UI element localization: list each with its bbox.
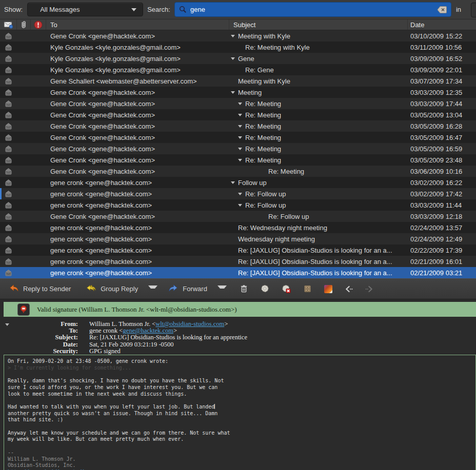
read-status-icon <box>0 258 17 265</box>
body-line: Really, damn that's shocking. I have no … <box>8 378 475 384</box>
message-row[interactable]: Gene Cronk <gene@hacktek.com>Re: Meeting… <box>0 154 476 166</box>
thread-expander-icon[interactable] <box>238 148 242 150</box>
read-status-icon <box>0 224 17 231</box>
text-cursor <box>214 404 215 409</box>
subject-text: Re: Follow up <box>245 190 286 198</box>
message-row[interactable]: Gene Cronk <gene@hacktek.com>Re: Meeting… <box>0 132 476 143</box>
search-input[interactable]: gene <box>174 2 451 17</box>
search-label: Search: <box>147 6 170 13</box>
open-envelope-icon <box>4 55 13 62</box>
message-subject: Re: Meeting <box>229 100 408 108</box>
message-date: 02/24/2009 13:57 <box>408 224 476 232</box>
thread-expander-icon[interactable] <box>238 193 242 195</box>
priority-column-header[interactable] <box>31 19 46 30</box>
message-subject: Re: Meeting with Kyle <box>229 44 408 51</box>
message-row[interactable]: gene cronk <gene@hacktek.com>Re: [JAXLUG… <box>0 244 476 256</box>
subject-text: Wednesday night meeting <box>238 235 315 243</box>
forward-options-icon[interactable] <box>217 285 227 293</box>
message-row[interactable]: gene cronk <gene@hacktek.com>Re: Follow … <box>0 188 476 199</box>
thread-expander-icon[interactable] <box>238 159 242 161</box>
subject-text: Re: Follow up <box>245 201 286 209</box>
message-row[interactable]: Gene Cronk <gene@hacktek.com>Re: Meeting… <box>0 143 476 154</box>
archive-button[interactable] <box>301 282 314 295</box>
message-date: 03/02/2009 16:22 <box>408 179 476 187</box>
thread-expander-icon[interactable] <box>231 57 235 60</box>
message-row[interactable]: Kyle Gonzales <kyle.gonzales@gmail.com>R… <box>0 64 476 75</box>
thread-expander-icon[interactable] <box>231 181 235 184</box>
thread-expander-icon[interactable] <box>238 103 242 105</box>
message-to: Gene Cronk <gene@hacktek.com> <box>46 32 229 40</box>
subject-text: Re: Meeting <box>245 134 281 141</box>
thread-expander-icon[interactable] <box>238 136 242 139</box>
thread-expander-icon[interactable] <box>231 35 235 37</box>
read-status-icon <box>0 235 17 242</box>
forward-button[interactable]: Forward <box>166 282 210 296</box>
read-status-icon <box>0 213 17 220</box>
message-date: 03/09/2009 16:52 <box>408 55 476 63</box>
message-subject: Re: Meeting <box>229 145 408 153</box>
message-subject: Follow up <box>229 179 408 187</box>
message-row[interactable]: Gene Cronk <gene@hacktek.com>Meeting wit… <box>0 30 476 42</box>
read-status-icon <box>0 66 17 73</box>
thread-expander-icon[interactable] <box>238 125 242 128</box>
date-column-header[interactable]: Date <box>408 19 476 30</box>
show-filter-value: All Messages <box>40 6 80 13</box>
subject-column-header[interactable]: Subject <box>229 19 408 30</box>
message-row[interactable]: Gene Cronk <gene@hacktek.com>Re: Follow … <box>0 211 476 222</box>
previous-message-button[interactable] <box>342 283 356 295</box>
message-to: Kyle Gonzales <kyle.gonzales@gmail.com> <box>46 44 229 51</box>
junk-button[interactable] <box>258 282 272 295</box>
show-filter-dropdown[interactable]: All Messages <box>27 3 143 16</box>
delete-button[interactable] <box>237 282 251 295</box>
subject-text: Meeting <box>238 89 262 96</box>
date-label: Date: <box>0 341 78 348</box>
group-reply-button[interactable]: Group Reply <box>83 282 141 296</box>
body-line: Anyway let me know your schedule and we … <box>8 430 475 437</box>
attachment-column-header[interactable] <box>17 19 31 30</box>
status-column-header[interactable] <box>0 19 17 30</box>
message-row[interactable]: Gene Cronk <gene@hacktek.com>Re: Meeting… <box>0 109 476 120</box>
mail-client-window: Show: All Messages Search: gene in To <box>0 0 476 470</box>
to-email-link[interactable]: gene@hacktek.com <box>123 327 173 334</box>
message-subject: Wednesday night meeting <box>229 235 408 243</box>
message-subject: Re: Meeting <box>229 122 408 130</box>
to-column-header[interactable]: To <box>46 19 229 30</box>
thread-expander-icon[interactable] <box>231 91 235 94</box>
message-to: Kyle Gonzales <kyle.gonzales@gmail.com> <box>46 55 229 63</box>
message-row[interactable]: Kyle Gonzales <kyle.gonzales@gmail.com>G… <box>0 53 476 64</box>
message-row[interactable]: gene cronk <gene@hacktek.com>Re: [JAXLUG… <box>0 267 476 278</box>
message-row[interactable]: Gene Cronk <gene@hacktek.com>Meeting03/0… <box>0 87 476 98</box>
clear-search-icon[interactable] <box>437 6 447 13</box>
message-toolbar: Reply to Sender Group Reply Forward <box>0 278 476 299</box>
search-query-text: gene <box>190 6 205 13</box>
message-to: Gene Cronk <gene@hacktek.com> <box>46 89 229 96</box>
message-row[interactable]: gene cronk <gene@hacktek.com>Follow up03… <box>0 177 476 188</box>
message-row[interactable]: Gene Schallert <webmaster@abetterserver.… <box>0 75 476 87</box>
message-row[interactable]: Gene Cronk <gene@hacktek.com>Re: Meeting… <box>0 166 476 177</box>
message-row[interactable]: Gene Cronk <gene@hacktek.com>Re: Meeting… <box>0 120 476 132</box>
message-row[interactable]: gene cronk <gene@hacktek.com>Re: Follow … <box>0 199 476 211</box>
mark-message-button[interactable] <box>322 283 335 295</box>
message-row[interactable]: gene cronk <gene@hacktek.com>Re: Wednesd… <box>0 222 476 233</box>
not-junk-button[interactable] <box>279 282 293 295</box>
junk-icon <box>261 284 269 293</box>
next-message-button[interactable] <box>362 283 376 295</box>
collapse-headers-icon[interactable] <box>5 323 9 326</box>
thread-expander-icon[interactable] <box>238 204 242 207</box>
group-reply-options-icon[interactable] <box>148 285 157 293</box>
reply-to-sender-button[interactable]: Reply to Sender <box>6 282 74 296</box>
from-email-link[interactable]: wlt@obsidian-studios.com <box>155 320 224 328</box>
message-row[interactable]: Kyle Gonzales <kyle.gonzales@gmail.com>R… <box>0 42 476 53</box>
message-to: gene cronk <gene@hacktek.com> <box>46 235 229 243</box>
folder-scope-dropdown-partial[interactable] <box>471 3 476 17</box>
thread-expander-icon[interactable] <box>238 114 242 116</box>
read-status-icon <box>0 32 17 39</box>
message-row[interactable]: gene cronk <gene@hacktek.com>Wednesday n… <box>0 233 476 244</box>
message-to: Gene Cronk <gene@hacktek.com> <box>46 100 229 108</box>
message-row[interactable]: gene cronk <gene@hacktek.com>Re: [JAXLUG… <box>0 256 476 267</box>
reply-to-sender-label: Reply to Sender <box>23 285 71 293</box>
read-status-icon <box>0 111 17 118</box>
message-subject: Re: Gene <box>229 66 408 74</box>
message-row[interactable]: Gene Cronk <gene@hacktek.com>Re: Meeting… <box>0 98 476 109</box>
message-list: Gene Cronk <gene@hacktek.com>Meeting wit… <box>0 30 476 278</box>
